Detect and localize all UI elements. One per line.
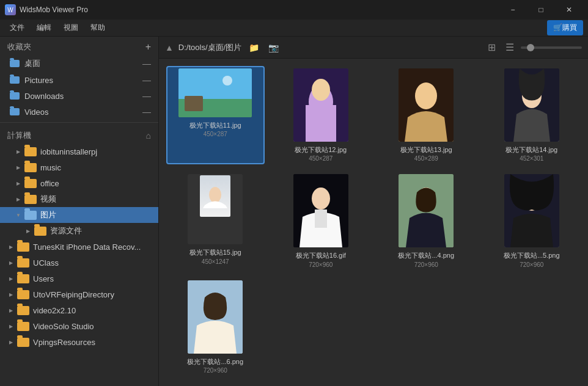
menu-file[interactable]: 文件 [5,21,29,35]
tree-item-office[interactable]: office [0,175,158,191]
main-layout: 收藏夾 + 桌面 — Pictures — Downloads — [0,37,588,386]
fav-remove-downloads[interactable]: — [142,91,151,101]
camera-icon[interactable]: 📷 [266,40,281,55]
tree-item-utovr[interactable]: UtoVRFeipingDirectory [0,286,158,302]
image-item-8[interactable]: 极光下载站...5.png 720×960 [483,172,581,270]
image-name-4: 极光下载站14.jpg [505,145,557,154]
tree-item-tuneskit[interactable]: TunesKit iPhone Data Recov... [0,239,158,255]
menu-help[interactable]: 幫助 [86,21,110,35]
image-item-2[interactable]: 极光下载站12.jpg 450×287 [272,66,370,164]
chevron-icon [24,227,32,235]
maximize-button[interactable]: □ [527,0,555,20]
image-dims-4: 452×301 [520,155,543,162]
image-dims-3: 450×289 [414,155,438,162]
fav-remove-pictures[interactable]: — [142,75,151,85]
tree-item-uclass[interactable]: UClass [0,255,158,271]
tree-label-resources: 资源文件 [50,225,82,236]
tree-item-music[interactable]: music [0,159,158,175]
image-dims-6: 720×960 [309,261,333,268]
titlebar-controls: − □ ✕ [499,0,583,20]
close-button[interactable]: ✕ [555,0,583,20]
image-item-1[interactable]: 极光下载站11.jpg 450×287 [166,66,265,164]
chevron-icon [7,291,15,298]
tree-item-iobit[interactable]: iobituninstallerpj [0,144,158,159]
svg-rect-7 [306,105,336,142]
zoom-thumb[interactable] [527,44,534,51]
fav-item-pictures[interactable]: Pictures — [0,72,158,88]
image-thumbnail-7 [399,174,454,247]
folder-icon [34,227,46,236]
view-grid-icon[interactable]: ⊞ [484,40,499,55]
chevron-icon [15,164,22,171]
image-item-9[interactable]: 极光下载站...6.png 720×960 [166,278,265,376]
add-favorite-button[interactable]: + [145,42,151,53]
tree-label-iobit: iobituninstallerpj [40,147,97,156]
sidebar: 收藏夾 + 桌面 — Pictures — Downloads — [0,37,159,386]
tree-item-videosolo[interactable]: VideoSolo Studio [0,318,158,334]
fav-item-videos[interactable]: Videos — [0,104,158,120]
tree-item-vpings[interactable]: VpingsResources [0,334,158,350]
image-thumbnail-4 [504,68,559,142]
tree-item-videos-tree[interactable]: 视频 [0,191,158,207]
menu-view[interactable]: 視圖 [59,21,83,35]
image-item-6[interactable]: 极光下载站16.gif 720×960 [272,172,370,270]
image-thumbnail-5 [188,174,243,244]
image-grid-area: 极光下载站11.jpg 450×287 极光下载站12.jpg 45 [159,59,588,386]
zoom-slider[interactable] [521,46,582,49]
computer-label: 計算機 [7,130,31,141]
image-item-3[interactable]: 极光下载站13.jpg 450×289 [377,66,476,164]
chevron-icon [7,338,15,346]
folder-icon [24,195,37,204]
image-dims-9: 720×960 [204,367,227,374]
folder-icon [10,92,20,100]
image-dims-5: 450×1247 [202,258,229,265]
home-icon[interactable]: ⌂ [146,131,151,140]
tree-label-tuneskit: TunesKit iPhone Data Recov... [33,242,141,252]
fav-item-desktop[interactable]: 桌面 — [0,55,158,72]
tree-item-video2x[interactable]: video2x2.10 [0,302,158,318]
titlebar-title: WidsMob Viewer Pro [20,5,88,14]
folder-icon [10,60,20,67]
image-item-4[interactable]: 极光下载站14.jpg 452×301 [483,66,581,164]
titlebar: W WidsMob Viewer Pro − □ ✕ [0,0,588,20]
minimize-button[interactable]: − [499,0,527,20]
menu-edit[interactable]: 編輯 [32,21,56,35]
chevron-icon [7,243,15,250]
tree-item-pictures[interactable]: 图片 [0,207,158,223]
folder-browse-icon[interactable]: 📁 [246,40,261,55]
folder-icon [24,163,37,172]
image-item-7[interactable]: 极光下载站...4.png 720×960 [377,172,476,270]
image-thumbnail-8 [504,174,559,247]
svg-point-14 [312,188,330,209]
tree-label-music: music [40,163,61,172]
tree-item-resources[interactable]: 资源文件 [0,223,158,239]
image-item-5[interactable]: 极光下载站15.jpg 450×1247 [166,172,265,270]
fav-label-pictures: Pictures [24,76,53,85]
path-collapse-icon[interactable]: ▲ [165,43,174,53]
titlebar-left: W WidsMob Viewer Pro [5,4,88,15]
chevron-icon [15,180,22,187]
image-name-9: 极光下载站...6.png [187,357,243,366]
tree-item-users[interactable]: Users [0,271,158,286]
fav-item-downloads[interactable]: Downloads — [0,88,158,104]
folder-icon [17,258,29,268]
folder-icon [24,147,37,156]
tree-label-videos: 视频 [40,194,56,205]
path-text: D:/tools/桌面/图片 [178,42,241,53]
image-thumbnail-3 [399,68,454,142]
image-name-5: 极光下载站15.jpg [189,248,241,257]
tree-label-vpings: VpingsResources [33,338,95,347]
computer-header: 計算機 ⌂ [0,125,158,144]
view-list-icon[interactable]: ☰ [502,40,517,55]
fav-remove-videos[interactable]: — [142,107,151,117]
folder-icon [17,242,29,252]
favorites-label: 收藏夾 [7,42,31,53]
purchase-button[interactable]: 🛒購買 [547,20,583,35]
image-name-3: 极光下载站13.jpg [400,145,452,154]
image-grid: 极光下载站11.jpg 450×287 极光下载站12.jpg 45 [166,66,581,376]
content-area: ▲ D:/tools/桌面/图片 📁 📷 ⊞ ☰ [159,37,588,386]
folder-icon [24,179,37,188]
svg-rect-0 [178,68,252,99]
fav-remove-desktop[interactable]: — [142,59,151,68]
svg-point-12 [209,187,221,203]
